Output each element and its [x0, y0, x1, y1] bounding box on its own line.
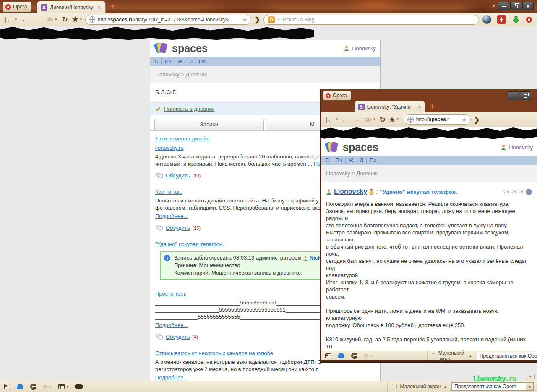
nav-link-zh[interactable]: Ж [175, 58, 186, 65]
small-screen-mode[interactable]: Маленький экран ▲ [427, 351, 477, 360]
back-to-start-icon[interactable]: |← [325, 116, 334, 123]
search-engine-dropdown-icon[interactable]: ▼ [277, 18, 280, 21]
url-prefix: http:// [98, 17, 110, 23]
fast-forward-dropdown-icon[interactable]: ▼ [54, 18, 57, 21]
bookmark-star-icon[interactable]: ★ [389, 116, 395, 123]
spaces-logo[interactable]: spaces [154, 42, 208, 55]
bookmark-page-star-icon[interactable]: ★ [242, 16, 248, 23]
nav-link-ps[interactable]: Пс [367, 157, 379, 164]
bookmark-page-star-icon[interactable]: ★ [461, 116, 467, 123]
nav-link-s[interactable]: С [154, 58, 162, 65]
back-to-start-icon[interactable]: |← [4, 16, 13, 23]
info-icon: i [164, 255, 170, 261]
panels-toggle-icon[interactable] [325, 353, 331, 358]
url-text[interactable]: http://spaces.r [416, 117, 459, 122]
key-icon[interactable] [43, 385, 52, 389]
forward-icon[interactable]: → [34, 16, 41, 23]
small-screen-mode[interactable]: Маленький экран ▲ [387, 381, 451, 392]
bookmark-dropdown-icon[interactable]: ▼ [79, 18, 83, 21]
tab-records[interactable]: Записи [154, 119, 264, 130]
view-mode-group[interactable]: ▼ [58, 384, 69, 389]
reload-icon[interactable]: ↻ [62, 16, 68, 23]
entry-title-link[interactable]: "Удачно" искупал телефон. [155, 241, 224, 247]
back-dropdown-icon[interactable]: ▼ [335, 118, 339, 121]
overlay-go-button[interactable]: ❯ [471, 116, 483, 124]
opera-link-cloud-icon[interactable] [338, 355, 344, 358]
post-author-link[interactable]: Lionovsky [334, 188, 367, 195]
bookmark-dropdown-icon[interactable]: ▼ [396, 118, 399, 121]
nav-link-s[interactable]: С [324, 157, 332, 164]
search-field[interactable]: b ▼ Искать в Bing [263, 15, 479, 25]
overlay-address-bar[interactable]: http://spaces.r ★ [404, 114, 471, 125]
spaces-logo-text: spaces [343, 141, 378, 153]
fast-forward-icon[interactable]: ≫ [46, 16, 54, 23]
overlay-new-tab-button[interactable]: + [430, 101, 435, 112]
overlay-restore-button[interactable] [520, 91, 531, 100]
discuss-link[interactable]: Обсудить [166, 334, 190, 340]
opera-extension-icon[interactable] [526, 17, 532, 23]
restore-button[interactable] [510, 2, 521, 10]
sphere-extension-icon[interactable] [482, 15, 491, 24]
discuss-link[interactable]: Обсудить [166, 225, 190, 231]
address-bar[interactable]: http://spaces.ru/diary/?link_id=217183&n… [85, 15, 251, 25]
key-icon[interactable] [364, 354, 373, 358]
header-user[interactable]: Lionovsky [344, 45, 376, 52]
collapse-arrow-icon[interactable]: ▲ [469, 354, 472, 358]
url-text[interactable]: http://spaces.ru/diary/?link_id=217183&n… [98, 17, 240, 23]
translate-extension-icon[interactable] [497, 15, 506, 24]
nav-link-pch[interactable]: Пч [162, 58, 175, 65]
write-diary-link[interactable]: Написать в дневник [164, 106, 214, 112]
entry-title-link[interactable]: Отписываюсь от некоторых каналов на ютюб… [155, 350, 275, 356]
overlay-minimize-button[interactable] [508, 91, 519, 100]
nav-link-pch[interactable]: Пч [332, 157, 345, 164]
back-icon[interactable]: ← [342, 116, 349, 123]
entry-site-link[interactable]: lionovsky.ru [155, 145, 184, 151]
spaces-logo[interactable]: spaces [325, 141, 378, 153]
tab-close-icon[interactable]: × [97, 4, 101, 11]
download-arrow-icon[interactable] [512, 16, 520, 24]
collapse-arrow-icon[interactable]: ▲ [443, 384, 447, 389]
overlay-opera-menu-button[interactable]: Opera [323, 91, 351, 101]
go-button[interactable]: ❯ [251, 16, 263, 23]
nav-link-ps[interactable]: Пс [196, 58, 209, 65]
panels-toggle-icon[interactable] [4, 384, 10, 389]
clock-icon[interactable] [526, 189, 532, 195]
opera-link-cloud-icon[interactable] [17, 386, 23, 389]
capture-icon[interactable] [76, 384, 82, 389]
opera-turbo-icon[interactable] [30, 384, 36, 390]
dropdown-chevron-icon[interactable]: ▼ [526, 383, 533, 390]
close-button[interactable]: × [522, 2, 534, 10]
more-link[interactable]: Подробнее... [155, 322, 188, 328]
scrollbar-down-button[interactable]: ▼ [526, 374, 535, 380]
forward-icon[interactable]: → [353, 116, 360, 123]
user-agent-dropdown[interactable]: Представляться как Opera [477, 352, 537, 360]
header-username: Lionovsky [352, 45, 376, 52]
new-tab-button[interactable]: + [110, 1, 115, 12]
browser-tab-main[interactable]: S Дневник/Lionovsky × [37, 1, 106, 13]
nav-link-zh[interactable]: Ж [346, 157, 357, 164]
entry-title-link[interactable]: Просто тест. [155, 291, 187, 297]
back-icon[interactable]: ← [22, 16, 29, 23]
user-agent-dropdown[interactable]: Представляться как Opera ▼ [451, 382, 534, 391]
opera-turbo-icon[interactable] [351, 353, 357, 359]
back-dropdown-icon[interactable]: ▼ [14, 18, 18, 21]
entry-title-link[interactable]: Как-то так. [155, 189, 182, 195]
fast-forward-dropdown-icon[interactable]: ▼ [373, 118, 376, 121]
tab-close-icon[interactable]: × [418, 104, 421, 110]
nav-link-l[interactable]: Л [186, 58, 196, 65]
nav-link-l[interactable]: Л [357, 157, 367, 164]
window-menu-chevron-icon[interactable]: ▼ [492, 4, 495, 8]
more-link[interactable]: Подробнее... [155, 374, 188, 381]
fast-forward-icon[interactable]: ≫ [365, 116, 372, 123]
reload-icon[interactable]: ↻ [379, 116, 385, 123]
overlay-browser-tab[interactable]: S Lionovsky: "Удачно" ... × [355, 101, 425, 112]
minimize-button[interactable] [498, 2, 509, 10]
more-link[interactable]: Подробнее... [155, 213, 188, 219]
opera-menu-button[interactable]: Opera [3, 1, 31, 12]
url-rest: /diary/?link_id=217183&name=Lionovsky& [134, 17, 229, 23]
header-user[interactable]: Lionovsky [501, 144, 533, 151]
entry-title-link[interactable]: Таки поменял дизайн. [155, 135, 211, 142]
discuss-link[interactable]: Обсудить [166, 172, 190, 179]
opera-logo-icon [5, 4, 11, 10]
bookmark-star-icon[interactable]: ★ [72, 16, 78, 23]
